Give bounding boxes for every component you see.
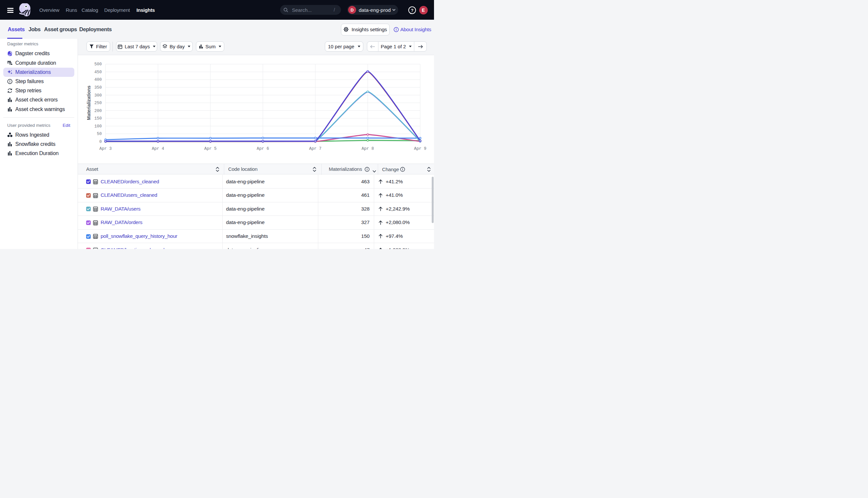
svg-text:300: 300	[94, 93, 102, 98]
svg-text:350: 350	[94, 86, 102, 90]
svg-text:100: 100	[94, 124, 102, 129]
svg-text:150: 150	[94, 116, 102, 121]
svg-text:200: 200	[94, 109, 102, 113]
svg-text:50: 50	[97, 132, 102, 136]
svg-text:Apr 8: Apr 8	[362, 146, 374, 151]
svg-text:Apr 9: Apr 9	[414, 146, 426, 151]
svg-text:?: ?	[411, 8, 413, 12]
svg-text:400: 400	[94, 78, 102, 82]
svg-text:250: 250	[94, 101, 102, 105]
svg-text:0: 0	[99, 140, 102, 144]
svg-text:450: 450	[94, 70, 102, 75]
svg-text:Apr 6: Apr 6	[257, 146, 269, 151]
svg-text:500: 500	[94, 62, 102, 67]
svg-text:Apr 4: Apr 4	[152, 146, 164, 151]
svg-text:Materializations: Materializations	[86, 86, 91, 120]
svg-text:Apr 5: Apr 5	[204, 146, 217, 151]
svg-text:Apr 7: Apr 7	[309, 146, 321, 151]
svg-text:Apr 3: Apr 3	[99, 146, 112, 151]
